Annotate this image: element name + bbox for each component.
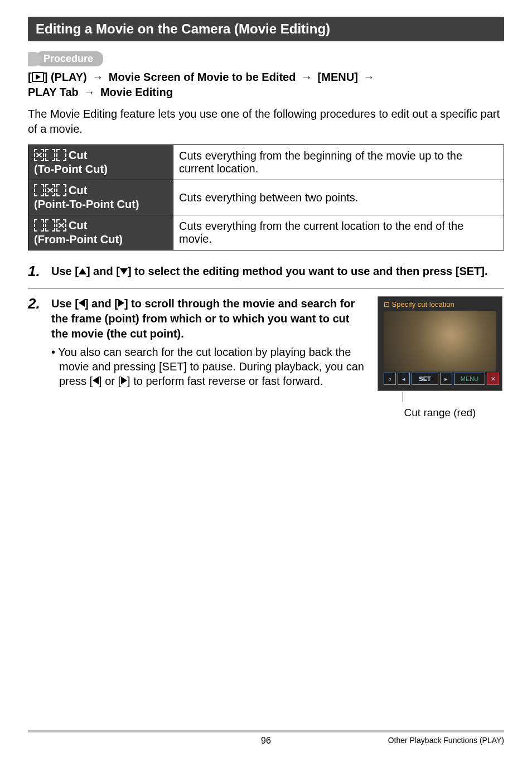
cut-desc: Cuts everything from the beginning of th… bbox=[173, 145, 504, 180]
thumb-right-icon: ▸ bbox=[440, 373, 452, 385]
path-seg-movie-editing: Movie Editing bbox=[100, 86, 173, 98]
pointer-line bbox=[403, 392, 403, 402]
filmstrip-point-to-point-icon bbox=[34, 184, 66, 196]
step-2-note: • You also can search for the cut locati… bbox=[51, 345, 365, 388]
step-2: 2. Use [] and [] to scroll through the m… bbox=[28, 296, 365, 388]
step-2-title: Use [] and [] to scroll through the movi… bbox=[51, 296, 365, 341]
path-seg-open: [ bbox=[28, 71, 32, 83]
thumb-header: ⊡ Specify cut location bbox=[384, 300, 454, 308]
cut-title: Cut bbox=[69, 219, 87, 232]
camera-preview-thumbnail: ⊡ Specify cut location « ◂ SET ▸ MENU ✕ bbox=[378, 296, 502, 391]
left-arrow-icon bbox=[79, 299, 85, 307]
path-seg-play-tab: PLAY Tab bbox=[28, 86, 79, 98]
arrow-icon: → bbox=[81, 85, 97, 100]
path-seg-movie-screen: Movie Screen of Movie to be Edited bbox=[109, 71, 296, 83]
step-2-pre: Use [ bbox=[51, 297, 79, 310]
footer-section: Other Playback Functions (PLAY) bbox=[388, 736, 504, 745]
procedure-row: Procedure bbox=[28, 51, 504, 66]
page-footer: 96 Other Playback Functions (PLAY) bbox=[28, 730, 504, 746]
thumb-control-bar: « ◂ SET ▸ MENU ✕ bbox=[384, 373, 496, 385]
right-arrow-icon bbox=[118, 299, 124, 307]
table-row: Cut (Point-To-Point Cut) Cuts everything… bbox=[28, 180, 504, 215]
step-1-pre: Use [ bbox=[51, 265, 79, 277]
cut-desc: Cuts everything between two points. bbox=[173, 180, 504, 215]
step-number: 2. bbox=[28, 296, 46, 388]
procedure-label: Procedure bbox=[36, 51, 103, 66]
step-2-note-post: ] to perform fast reverse or fast forwar… bbox=[127, 375, 323, 387]
step-1-title: Use [] and [] to select the editing meth… bbox=[51, 264, 504, 279]
table-row: Cut (To-Point Cut) Cuts everything from … bbox=[28, 145, 504, 180]
cut-label-from-point: Cut (From-Point Cut) bbox=[28, 215, 173, 250]
play-icon bbox=[32, 72, 44, 82]
thumbnail-caption: Cut range (red) bbox=[376, 407, 504, 419]
cut-subtitle: (To-Point Cut) bbox=[34, 163, 108, 175]
step-2-mid1: ] and [ bbox=[85, 297, 118, 310]
filmstrip-from-point-icon bbox=[34, 219, 66, 232]
thumb-left-icon: ◂ bbox=[398, 373, 410, 385]
step-1-mid2: ] to select the editing method you want … bbox=[128, 265, 488, 277]
filmstrip-to-point-icon bbox=[34, 149, 66, 161]
step-1-mid1: ] and [ bbox=[86, 265, 120, 277]
arrow-icon: → bbox=[90, 70, 105, 85]
section-title: Editing a Movie on the Camera (Movie Edi… bbox=[28, 17, 504, 41]
cut-options-table: Cut (To-Point Cut) Cuts everything from … bbox=[28, 144, 504, 250]
table-row: Cut (From-Point Cut) Cuts everything fro… bbox=[28, 215, 504, 250]
arrow-icon: → bbox=[361, 70, 376, 85]
page-number: 96 bbox=[261, 736, 271, 746]
thumb-fast-left-icon: « bbox=[384, 373, 396, 385]
cut-title: Cut bbox=[69, 184, 87, 196]
cut-subtitle: (Point-To-Point Cut) bbox=[34, 198, 139, 210]
step-1: 1. Use [] and [] to select the editing m… bbox=[28, 264, 504, 282]
cut-desc: Cuts everything from the current locatio… bbox=[173, 215, 504, 250]
path-seg-menu: [MENU] bbox=[318, 71, 358, 83]
step-number: 1. bbox=[28, 264, 46, 282]
step-2-row: 2. Use [] and [] to scroll through the m… bbox=[28, 288, 504, 419]
step-2-note-mid: ] or [ bbox=[99, 375, 121, 387]
cut-title: Cut bbox=[69, 149, 87, 161]
left-arrow-icon bbox=[93, 377, 99, 384]
thumbnail-column: ⊡ Specify cut location « ◂ SET ▸ MENU ✕ … bbox=[376, 296, 504, 419]
path-seg-play: ] (PLAY) bbox=[44, 71, 87, 83]
thumb-close-icon: ✕ bbox=[487, 373, 499, 385]
cut-label-point-to-point: Cut (Point-To-Point Cut) bbox=[28, 180, 173, 215]
thumb-scene-image bbox=[384, 311, 496, 372]
thumb-set-button: SET bbox=[412, 373, 438, 385]
cut-subtitle: (From-Point Cut) bbox=[34, 233, 123, 245]
arrow-icon: → bbox=[299, 70, 315, 85]
procedure-bullet-icon bbox=[28, 52, 41, 66]
up-arrow-icon bbox=[79, 268, 86, 274]
procedure-path: [] (PLAY) → Movie Screen of Movie to be … bbox=[28, 70, 504, 100]
cut-label-to-point: Cut (To-Point Cut) bbox=[28, 145, 173, 180]
down-arrow-icon bbox=[120, 268, 128, 274]
thumb-menu-button: MENU bbox=[454, 373, 485, 385]
intro-text: The Movie Editing feature lets you use o… bbox=[28, 107, 504, 137]
right-arrow-icon bbox=[121, 377, 127, 384]
